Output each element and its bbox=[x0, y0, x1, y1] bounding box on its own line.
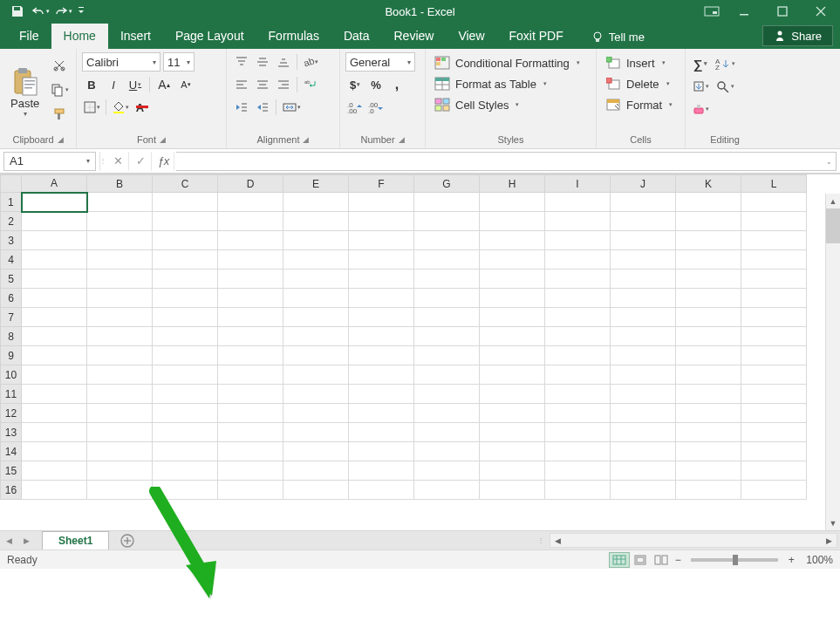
cell-I5[interactable] bbox=[545, 270, 611, 289]
cell-B5[interactable] bbox=[87, 270, 153, 289]
formula-enter-button[interactable]: ✓ bbox=[131, 152, 152, 171]
close-button[interactable] bbox=[802, 0, 840, 23]
decrease-indent-button[interactable] bbox=[232, 98, 251, 117]
cell-G15[interactable] bbox=[414, 461, 480, 481]
cell-D5[interactable] bbox=[218, 270, 283, 289]
cell-F7[interactable] bbox=[349, 308, 414, 327]
cell-K11[interactable] bbox=[676, 385, 741, 404]
cell-H6[interactable] bbox=[480, 289, 545, 308]
cell-L14[interactable] bbox=[741, 442, 807, 461]
cell-J5[interactable] bbox=[611, 270, 676, 289]
cell-I14[interactable] bbox=[545, 442, 611, 461]
zoom-slider[interactable] bbox=[691, 558, 778, 562]
cell-L13[interactable] bbox=[741, 423, 807, 442]
underline-button[interactable]: U▾ bbox=[126, 75, 145, 94]
cell-K16[interactable] bbox=[676, 481, 741, 500]
row-header-7[interactable]: 7 bbox=[1, 308, 22, 327]
name-box[interactable]: A1▾ bbox=[3, 152, 96, 171]
italic-button[interactable]: I bbox=[104, 75, 123, 94]
cell-I3[interactable] bbox=[545, 231, 611, 250]
cell-C16[interactable] bbox=[153, 481, 218, 500]
clear-button[interactable]: ▾ bbox=[691, 99, 710, 119]
cell-F9[interactable] bbox=[349, 346, 414, 365]
col-header-K[interactable]: K bbox=[676, 175, 741, 193]
tab-data[interactable]: Data bbox=[331, 24, 382, 49]
align-top-button[interactable] bbox=[232, 52, 251, 72]
font-name-combo[interactable]: Calibri▾ bbox=[82, 52, 160, 72]
cell-G5[interactable] bbox=[414, 270, 480, 289]
tab-foxit[interactable]: Foxit PDF bbox=[497, 24, 576, 49]
cell-K2[interactable] bbox=[676, 212, 741, 231]
cell-G1[interactable] bbox=[414, 193, 480, 212]
cell-E16[interactable] bbox=[283, 481, 349, 500]
tab-view[interactable]: View bbox=[446, 24, 496, 49]
cell-I7[interactable] bbox=[545, 308, 611, 327]
cell-B11[interactable] bbox=[87, 385, 153, 404]
cell-C5[interactable] bbox=[153, 270, 218, 289]
cell-J11[interactable] bbox=[611, 385, 676, 404]
cell-G8[interactable] bbox=[414, 327, 480, 346]
cell-C7[interactable] bbox=[153, 308, 218, 327]
cell-J14[interactable] bbox=[611, 442, 676, 461]
col-header-H[interactable]: H bbox=[480, 175, 545, 193]
page-layout-view-button[interactable] bbox=[630, 552, 651, 568]
cell-B12[interactable] bbox=[87, 404, 153, 423]
col-header-L[interactable]: L bbox=[741, 175, 807, 193]
row-header-8[interactable]: 8 bbox=[1, 327, 22, 346]
cell-E9[interactable] bbox=[283, 346, 349, 365]
row-header-10[interactable]: 10 bbox=[1, 365, 22, 385]
col-header-G[interactable]: G bbox=[414, 175, 480, 193]
cell-D7[interactable] bbox=[218, 308, 283, 327]
cell-A5[interactable] bbox=[22, 270, 87, 289]
cell-G3[interactable] bbox=[414, 231, 480, 250]
cell-E4[interactable] bbox=[283, 250, 349, 270]
sort-filter-button[interactable]: AZ▾ bbox=[715, 54, 735, 73]
redo-button[interactable]: ▾ bbox=[52, 2, 73, 21]
cell-B7[interactable] bbox=[87, 308, 153, 327]
cell-A1[interactable] bbox=[22, 193, 87, 212]
cell-K14[interactable] bbox=[676, 442, 741, 461]
cell-D16[interactable] bbox=[218, 481, 283, 500]
cell-C13[interactable] bbox=[153, 423, 218, 442]
normal-view-button[interactable] bbox=[609, 552, 630, 568]
cell-K10[interactable] bbox=[676, 365, 741, 385]
cell-C6[interactable] bbox=[153, 289, 218, 308]
conditional-formatting-button[interactable]: Conditional Formatting▾ bbox=[431, 54, 584, 72]
insert-cells-button[interactable]: Insert▾ bbox=[602, 54, 676, 72]
cell-D13[interactable] bbox=[218, 423, 283, 442]
cell-G12[interactable] bbox=[414, 404, 480, 423]
cell-F15[interactable] bbox=[349, 461, 414, 481]
cell-L15[interactable] bbox=[741, 461, 807, 481]
cell-L16[interactable] bbox=[741, 481, 807, 500]
cell-A13[interactable] bbox=[22, 423, 87, 442]
cell-L10[interactable] bbox=[741, 365, 807, 385]
cell-C8[interactable] bbox=[153, 327, 218, 346]
tab-pagelayout[interactable]: Page Layout bbox=[163, 24, 256, 49]
row-header-4[interactable]: 4 bbox=[1, 250, 22, 270]
zoom-in-button[interactable]: + bbox=[785, 554, 797, 566]
cell-L8[interactable] bbox=[741, 327, 807, 346]
cell-D9[interactable] bbox=[218, 346, 283, 365]
cell-J12[interactable] bbox=[611, 404, 676, 423]
increase-decimal-button[interactable]: .0.00 bbox=[345, 98, 365, 117]
wrap-text-button[interactable]: ab bbox=[301, 75, 320, 94]
qat-customize[interactable] bbox=[75, 2, 87, 21]
cell-H1[interactable] bbox=[480, 193, 545, 212]
cell-F5[interactable] bbox=[349, 270, 414, 289]
cell-A9[interactable] bbox=[22, 346, 87, 365]
cell-K4[interactable] bbox=[676, 250, 741, 270]
clipboard-launcher-icon[interactable]: ◢ bbox=[58, 135, 64, 144]
sheet-nav-next[interactable]: ▶ bbox=[17, 536, 35, 545]
cell-I13[interactable] bbox=[545, 423, 611, 442]
increase-indent-button[interactable] bbox=[253, 98, 272, 117]
cell-L2[interactable] bbox=[741, 212, 807, 231]
cell-J8[interactable] bbox=[611, 327, 676, 346]
cell-I12[interactable] bbox=[545, 404, 611, 423]
cell-G6[interactable] bbox=[414, 289, 480, 308]
cell-C11[interactable] bbox=[153, 385, 218, 404]
accounting-format-button[interactable]: $▾ bbox=[345, 75, 365, 94]
copy-button[interactable]: ▾ bbox=[50, 80, 69, 99]
cell-I10[interactable] bbox=[545, 365, 611, 385]
cell-C15[interactable] bbox=[153, 461, 218, 481]
select-all-cell[interactable] bbox=[1, 175, 22, 193]
